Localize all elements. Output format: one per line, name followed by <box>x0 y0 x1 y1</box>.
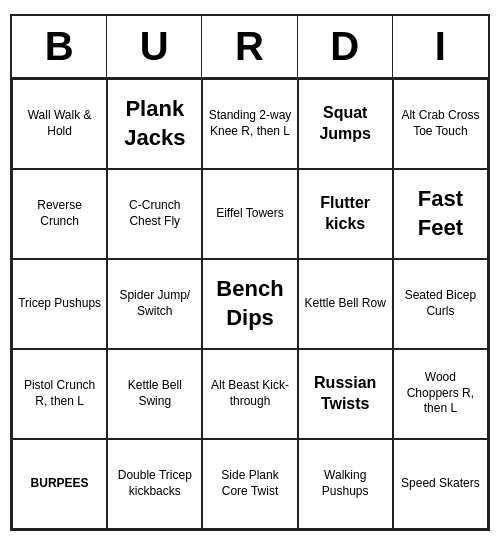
bingo-cell-13: Kettle Bell Row <box>298 259 393 349</box>
header-letter-u: U <box>107 16 202 77</box>
bingo-cell-17: Alt Beast Kick-through <box>202 349 297 439</box>
bingo-cell-6: C-Crunch Chest Fly <box>107 169 202 259</box>
bingo-cell-11: Spider Jump/ Switch <box>107 259 202 349</box>
bingo-cell-5: Reverse Crunch <box>12 169 107 259</box>
bingo-cell-22: Side Plank Core Twist <box>202 439 297 529</box>
bingo-cell-18: Russian Twists <box>298 349 393 439</box>
bingo-cell-16: Kettle Bell Swing <box>107 349 202 439</box>
header-letter-d: D <box>298 16 393 77</box>
bingo-cell-7: Eiffel Towers <box>202 169 297 259</box>
bingo-cell-21: Double Tricep kickbacks <box>107 439 202 529</box>
bingo-cell-23: Walking Pushups <box>298 439 393 529</box>
bingo-card: BURDI Wall Walk & HoldPlank JacksStandin… <box>10 14 490 531</box>
bingo-cell-15: Pistol Crunch R, then L <box>12 349 107 439</box>
bingo-cell-24: Speed Skaters <box>393 439 488 529</box>
header-letter-i: I <box>393 16 488 77</box>
bingo-cell-2: Standing 2-way Knee R, then L <box>202 79 297 169</box>
bingo-cell-12: Bench Dips <box>202 259 297 349</box>
bingo-header: BURDI <box>12 16 488 79</box>
bingo-cell-19: Wood Choppers R, then L <box>393 349 488 439</box>
bingo-cell-3: Squat Jumps <box>298 79 393 169</box>
bingo-cell-0: Wall Walk & Hold <box>12 79 107 169</box>
bingo-cell-20: BURPEES <box>12 439 107 529</box>
header-letter-b: B <box>12 16 107 77</box>
bingo-cell-4: Alt Crab Cross Toe Touch <box>393 79 488 169</box>
header-letter-r: R <box>202 16 297 77</box>
bingo-cell-1: Plank Jacks <box>107 79 202 169</box>
bingo-cell-10: Tricep Pushups <box>12 259 107 349</box>
bingo-cell-9: Fast Feet <box>393 169 488 259</box>
bingo-cell-14: Seated Bicep Curls <box>393 259 488 349</box>
bingo-cell-8: Flutter kicks <box>298 169 393 259</box>
bingo-grid: Wall Walk & HoldPlank JacksStanding 2-wa… <box>12 79 488 529</box>
